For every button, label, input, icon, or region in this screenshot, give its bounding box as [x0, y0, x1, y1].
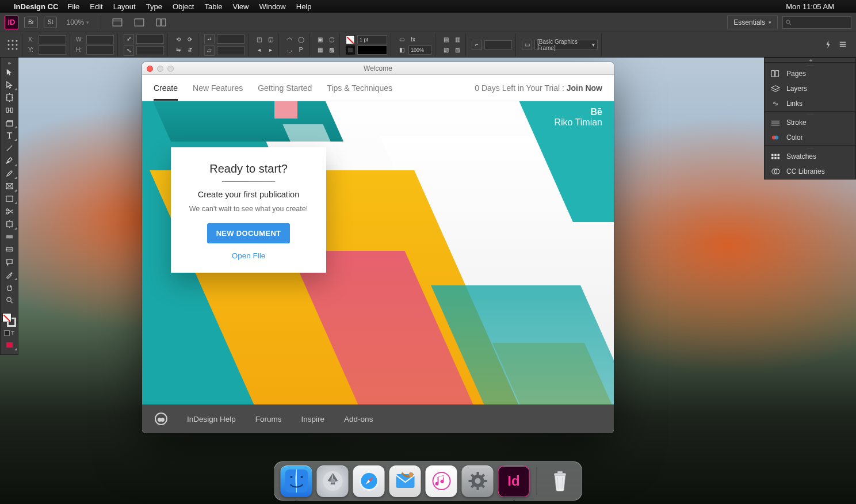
w-field[interactable] [86, 35, 114, 44]
corner-icon[interactable]: ⌐ [472, 40, 482, 50]
fill-stroke-toggle[interactable] [1, 312, 17, 328]
join-now-link[interactable]: Join Now [567, 83, 602, 93]
footer-link-help[interactable]: InDesign Help [187, 415, 236, 423]
pencil-tool[interactable] [1, 167, 17, 180]
stroke-weight-field[interactable]: 1 pt [357, 35, 387, 44]
menu-file[interactable]: File [67, 2, 79, 11]
dock-app-indesign[interactable]: Id [498, 465, 530, 497]
app-name[interactable]: InDesign CC [14, 2, 58, 11]
menu-help[interactable]: Help [296, 2, 312, 11]
footer-link-forums[interactable]: Forums [255, 415, 282, 423]
stock-chip[interactable]: St [44, 17, 57, 28]
panel-links[interactable]: Links [765, 96, 855, 111]
dock-app-safari[interactable] [353, 465, 385, 497]
stroke-swatch-icon[interactable] [346, 45, 355, 55]
rotate-ccw-button[interactable]: ⟲ [174, 35, 183, 44]
direct-selection-tool[interactable] [1, 78, 17, 91]
flip-h-button[interactable]: ⇋ [174, 45, 183, 55]
wrap-bbox-button[interactable]: ▥ [453, 35, 462, 44]
convert-point-b-button[interactable]: P [296, 45, 305, 55]
dock-app-itunes[interactable] [426, 465, 457, 497]
scissors-tool[interactable] [1, 205, 17, 217]
fit-content-button[interactable]: ▣ [315, 35, 324, 44]
selection-tool[interactable] [1, 66, 17, 78]
welcome-titlebar[interactable]: Welcome [142, 62, 614, 75]
hand-tool[interactable] [1, 281, 17, 293]
dock-app-finder[interactable] [281, 465, 312, 497]
zoom-level-dropdown[interactable]: 100% [66, 18, 89, 26]
fill-swatch-icon[interactable] [346, 35, 355, 44]
panel-cc-libraries[interactable]: CC Libraries [765, 164, 855, 179]
bridge-chip[interactable]: Br [24, 17, 38, 28]
screen-mode-button[interactable] [131, 16, 147, 29]
convert-shape-button[interactable]: ◯ [296, 35, 305, 44]
panel-pages[interactable]: Pages [765, 66, 855, 81]
help-search-input[interactable] [782, 16, 851, 29]
dock-app-mail[interactable] [389, 465, 421, 497]
window-close-button[interactable] [147, 66, 153, 72]
dock-app-launchpad[interactable] [317, 465, 349, 497]
tab-getting-started[interactable]: Getting Started [258, 75, 312, 101]
menu-type[interactable]: Type [146, 2, 162, 11]
gap-tool[interactable] [1, 104, 17, 116]
select-next-button[interactable]: ▸ [266, 45, 275, 55]
select-prev-button[interactable]: ◂ [254, 45, 263, 55]
wrap-none-button[interactable]: ▤ [441, 35, 450, 44]
quick-apply-button[interactable] [825, 40, 833, 49]
free-transform-tool[interactable] [1, 217, 17, 230]
stroke-style-field[interactable] [357, 45, 387, 55]
flip-v-button[interactable]: ⇵ [185, 45, 194, 55]
gradient-feather-tool[interactable] [1, 243, 17, 255]
menubar-clock[interactable]: Mon 11:05 AM [786, 2, 834, 11]
pen-tool[interactable] [1, 154, 17, 167]
line-tool[interactable] [1, 142, 17, 154]
footer-link-addons[interactable]: Add-ons [344, 415, 373, 423]
center-content-button[interactable]: ▦ [315, 45, 324, 55]
new-document-button[interactable]: NEW DOCUMENT [207, 223, 291, 243]
menu-edit[interactable]: Edit [90, 2, 102, 11]
wrap-shape-button[interactable]: ▧ [441, 45, 450, 55]
select-container-button[interactable]: ◰ [254, 35, 263, 44]
arrange-documents-button[interactable] [153, 16, 169, 29]
scale-x-field[interactable] [136, 35, 164, 44]
window-zoom-button[interactable] [167, 66, 174, 72]
note-tool[interactable] [1, 255, 17, 268]
opacity-field[interactable]: 100% [408, 45, 431, 55]
footer-link-inspire[interactable]: Inspire [301, 415, 325, 423]
panel-color[interactable]: Color [765, 130, 855, 145]
tab-create[interactable]: Create [154, 75, 178, 101]
menu-window[interactable]: Window [259, 2, 286, 11]
y-field[interactable] [39, 45, 66, 55]
dock-trash[interactable] [544, 465, 576, 497]
control-strip-menu-icon[interactable] [839, 40, 847, 49]
zoom-tool[interactable] [1, 293, 17, 306]
fit-frame-button[interactable]: ▢ [327, 35, 336, 44]
type-tool[interactable] [1, 129, 17, 142]
eyedropper-tool[interactable] [1, 268, 17, 281]
tools-panel-collapse-handle[interactable] [1, 60, 18, 66]
content-collector-tool[interactable] [1, 116, 17, 129]
right-dock-collapse-handle[interactable] [764, 58, 856, 62]
menu-table[interactable]: Table [204, 2, 222, 11]
dock-app-system-preferences[interactable] [462, 465, 494, 497]
window-minimize-button[interactable] [157, 66, 163, 72]
shear-field[interactable] [217, 46, 244, 55]
rectangle-tool[interactable] [1, 192, 17, 205]
screen-mode-tool[interactable] [1, 338, 17, 351]
panel-stroke[interactable]: Stroke [765, 115, 855, 130]
rotation-field[interactable] [217, 35, 244, 44]
tab-tips[interactable]: Tips & Techniques [327, 75, 392, 101]
select-content-button[interactable]: ◱ [266, 35, 275, 44]
rectangle-frame-tool[interactable] [1, 180, 17, 192]
tab-new-features[interactable]: New Features [193, 75, 243, 101]
panel-layers[interactable]: Layers [765, 81, 855, 96]
rotate-cw-button[interactable]: ⟳ [185, 35, 194, 44]
menu-layout[interactable]: Layout [113, 2, 136, 11]
view-options-button[interactable] [109, 16, 125, 29]
effects-button[interactable]: fx [408, 35, 418, 44]
open-file-link[interactable]: Open File [181, 251, 316, 260]
auto-fit-button[interactable]: ▩ [327, 45, 336, 55]
gradient-swatch-tool[interactable] [1, 230, 17, 243]
reference-point-group[interactable] [3, 33, 22, 56]
x-field[interactable] [39, 35, 66, 44]
